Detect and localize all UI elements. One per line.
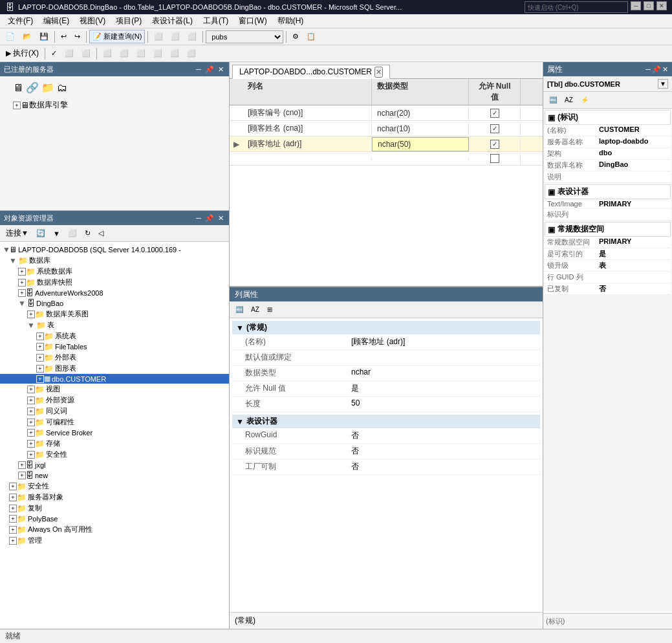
server-objects-node[interactable]: + 📁 服务器对象 bbox=[0, 492, 229, 503]
security-root-node[interactable]: + 📁 安全性 bbox=[0, 481, 229, 492]
toolbar-open-btn[interactable]: 📂 bbox=[19, 30, 35, 43]
prop-value-length[interactable]: 50 bbox=[349, 398, 540, 410]
ext-res-expand[interactable]: + bbox=[27, 397, 35, 404]
customer-table-node[interactable]: + ▦ dbo.CUSTOMER bbox=[0, 374, 229, 384]
stop-btn[interactable]: ⬜ bbox=[78, 47, 94, 60]
minimize-btn[interactable]: ─ bbox=[631, 1, 641, 10]
toolbar-newquery-btn[interactable]: 📝 新建查询(N) bbox=[89, 30, 145, 43]
table-row[interactable] bbox=[230, 152, 543, 166]
reg-servers-unpin-btn[interactable]: 📌 bbox=[204, 65, 215, 74]
prop-value-identity[interactable]: 否 bbox=[349, 445, 540, 457]
quick-search-input[interactable] bbox=[525, 1, 628, 13]
identity-section-title[interactable]: ▣ (标识) bbox=[545, 110, 671, 125]
snapshot-expand[interactable]: + bbox=[18, 279, 26, 287]
general-section-header[interactable]: ▼ (常规) bbox=[232, 321, 540, 334]
external-resources-node[interactable]: + 📁 外部资源 bbox=[0, 395, 229, 406]
prop-value-name[interactable]: [顾客地址 (adr)] bbox=[349, 336, 540, 348]
menu-tools[interactable]: 工具(T) bbox=[198, 14, 233, 28]
graph-tables-expand[interactable]: + bbox=[36, 365, 44, 373]
tabledesigner-section-header[interactable]: ▼ 表设计器 bbox=[232, 415, 540, 428]
table-row[interactable]: ▶ [顾客地址 (adr)] nchar(50) bbox=[230, 136, 543, 152]
menu-view[interactable]: 视图(V) bbox=[74, 14, 111, 28]
menu-edit[interactable]: 编辑(E) bbox=[38, 14, 74, 28]
sysdb-expand[interactable]: + bbox=[18, 268, 26, 276]
menu-file[interactable]: 文件(F) bbox=[3, 14, 38, 28]
service-broker-node[interactable]: + 📁 Service Broker bbox=[0, 428, 229, 438]
props-grid-btn[interactable]: ⚡ bbox=[578, 94, 592, 105]
sb-expand[interactable]: + bbox=[27, 429, 35, 437]
toolbar-undo-btn[interactable]: ↩ bbox=[58, 30, 70, 43]
misc4-btn[interactable]: ⬜ bbox=[184, 47, 199, 60]
new-expand[interactable]: + bbox=[18, 472, 26, 479]
parse-btn[interactable]: ⬜ bbox=[61, 47, 77, 60]
col-null-1[interactable] bbox=[469, 107, 521, 120]
external-tables-node[interactable]: + 📁 外部表 bbox=[0, 352, 229, 363]
management-node[interactable]: + 📁 管理 bbox=[0, 535, 229, 546]
debug-btn[interactable]: ✓ bbox=[48, 47, 60, 60]
views-node[interactable]: + 📁 视图 bbox=[0, 384, 229, 395]
prog-expand[interactable]: + bbox=[27, 419, 35, 426]
col-null-3[interactable] bbox=[469, 138, 521, 151]
col-props-grid-btn[interactable]: ⊞ bbox=[264, 304, 276, 315]
col-type-3[interactable]: nchar(50) bbox=[372, 137, 469, 151]
db-engine-expand[interactable]: + bbox=[13, 102, 21, 109]
col-name-2[interactable]: [顾客姓名 (cna)] bbox=[243, 121, 372, 136]
col-props-az-btn[interactable]: AZ bbox=[248, 304, 263, 315]
server-icon2[interactable]: 🔗 bbox=[26, 82, 39, 94]
table-row[interactable]: [顾客编号 (cno)] nchar(20) bbox=[230, 105, 543, 121]
col-type-4[interactable] bbox=[372, 157, 469, 160]
object-explorer-content[interactable]: ▼ 🖥 LAPTOP-DOABDO5B (SQL Server 14.0.100… bbox=[0, 242, 229, 629]
col-type-2[interactable]: nchar(10) bbox=[372, 122, 469, 135]
col-name-1[interactable]: [顾客编号 (cno)] bbox=[243, 105, 372, 120]
prop-value-default[interactable] bbox=[349, 351, 540, 364]
db-folder-expand[interactable]: ▼ bbox=[9, 256, 18, 265]
diagrams-node[interactable]: + 📁 数据库关系图 bbox=[0, 309, 229, 320]
prop-value-nullable[interactable]: 是 bbox=[349, 382, 540, 395]
menu-tabledesigner[interactable]: 表设计器(L) bbox=[147, 14, 198, 28]
dataspace-section-title[interactable]: ▣ 常规数据空间 bbox=[545, 222, 671, 237]
new-db-node[interactable]: + 🗄 new bbox=[0, 470, 229, 481]
tabledesigner-props-title[interactable]: ▣ 表设计器 bbox=[545, 184, 671, 199]
sec-root-expand[interactable]: + bbox=[9, 483, 17, 490]
props-sort-btn[interactable]: 🔤 bbox=[546, 94, 560, 105]
prop-value-rowguid[interactable]: 否 bbox=[349, 430, 540, 442]
server-icon4[interactable]: 🗂 bbox=[57, 82, 67, 94]
toolbar-misc2-btn[interactable]: ⬜ bbox=[168, 30, 183, 43]
repl-expand[interactable]: + bbox=[9, 505, 17, 512]
null-checkbox-2[interactable] bbox=[490, 124, 499, 133]
obj-explorer-pin-btn[interactable]: ─ bbox=[195, 214, 202, 222]
col-name-3[interactable]: [顾客地址 (adr)] bbox=[243, 136, 372, 151]
toolbar-copy-btn[interactable]: 📋 bbox=[303, 30, 319, 43]
poly-expand[interactable]: + bbox=[9, 515, 17, 523]
sysdb-node[interactable]: + 📁 系统数据库 bbox=[0, 266, 229, 277]
toolbar-settings-btn[interactable]: ⚙ bbox=[289, 30, 302, 43]
results-btn[interactable]: ⬜ bbox=[100, 47, 115, 60]
comma-btn[interactable]: ⬜ bbox=[167, 47, 182, 60]
server-icon1[interactable]: 🖥 bbox=[13, 82, 23, 94]
execute-btn[interactable]: ▶ 执行(X) bbox=[3, 46, 42, 61]
synonyms-node[interactable]: + 📁 同义词 bbox=[0, 406, 229, 417]
filter-btn[interactable]: ▼ bbox=[50, 228, 63, 239]
srv-obj-expand[interactable]: + bbox=[9, 494, 17, 501]
refresh-btn[interactable]: 🔄 bbox=[33, 227, 49, 239]
storage-node[interactable]: + 📁 存储 bbox=[0, 438, 229, 449]
diagrams-expand[interactable]: + bbox=[27, 311, 35, 318]
col-null-4[interactable] bbox=[469, 152, 521, 165]
toolbar-redo-btn[interactable]: ↪ bbox=[71, 30, 83, 43]
aw-expand[interactable]: + bbox=[18, 289, 26, 297]
db-engine-node[interactable]: + 🖥 数据库引擎 bbox=[4, 99, 225, 111]
connect-btn[interactable]: 连接▼ bbox=[3, 226, 32, 241]
messages-btn[interactable]: ⬜ bbox=[116, 47, 132, 60]
server-node[interactable]: ▼ 🖥 LAPTOP-DOABDO5B (SQL Server 14.0.100… bbox=[0, 245, 229, 255]
databases-node[interactable]: ▼ 📁 数据库 bbox=[0, 255, 229, 266]
db-sec-expand[interactable]: + bbox=[27, 451, 35, 459]
systables-node[interactable]: + 📁 系统表 bbox=[0, 331, 229, 342]
dingbao-security-node[interactable]: + 📁 安全性 bbox=[0, 449, 229, 460]
col-props-content[interactable]: ▼ (常规) (名称) [顾客地址 (adr)] 默认值或绑定 数据类型 bbox=[230, 318, 543, 612]
menu-help[interactable]: 帮助(H) bbox=[272, 14, 309, 28]
filetables-node[interactable]: + 📁 FileTables bbox=[0, 342, 229, 352]
ext-tables-expand[interactable]: + bbox=[36, 354, 44, 362]
toolbar-new-btn[interactable]: 📄 bbox=[3, 30, 18, 43]
jxgl-expand[interactable]: + bbox=[18, 461, 26, 469]
stats-btn[interactable]: ⬜ bbox=[150, 47, 166, 60]
